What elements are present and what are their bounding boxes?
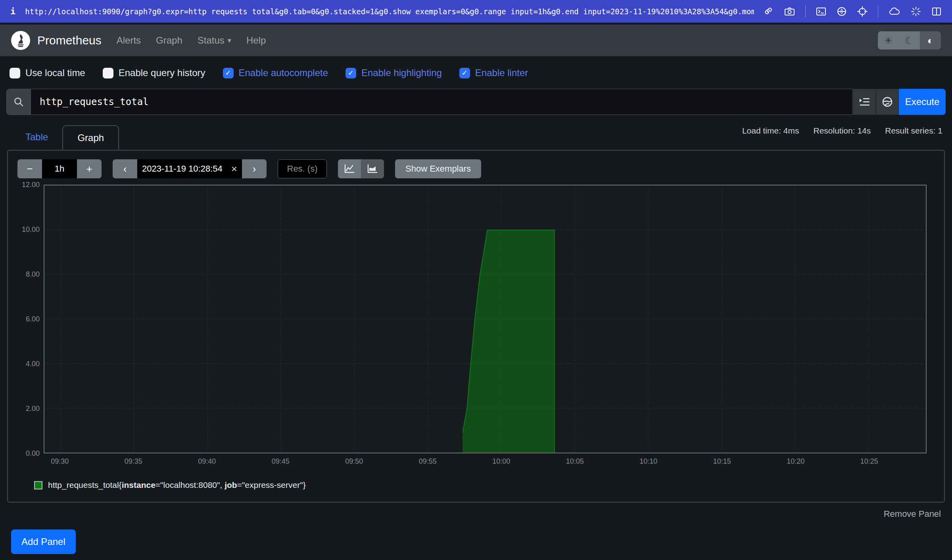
tabs-row: Load time: 4ms Resolution: 14s Result se… (6, 125, 946, 554)
spinner-icon[interactable] (911, 6, 921, 17)
contrast-icon: ◐ (927, 35, 933, 46)
chevron-down-icon: ▾ (228, 37, 231, 44)
y-tick-label: 4.00 (26, 360, 40, 368)
range-increase-button[interactable]: + (77, 159, 102, 178)
checkbox-checked[interactable]: ✓ (223, 68, 234, 78)
y-tick-label: 10.00 (22, 226, 40, 234)
time-forward-button[interactable]: › (242, 159, 267, 178)
option-label: Enable linter (475, 67, 528, 78)
search-icon (6, 89, 31, 115)
datetime-input[interactable]: 2023-11-19 10:28:54 × (137, 159, 242, 178)
nav-item-alerts[interactable]: Alerts (117, 35, 141, 46)
y-tick-label: 0.00 (26, 449, 40, 458)
sun-icon: ☀ (884, 35, 892, 46)
toolbar-separator (805, 6, 806, 17)
query-options-row: Use local time Enable query history ✓ En… (6, 63, 946, 83)
range-control: − 1h + (17, 159, 102, 178)
x-tick-label: 10:15 (713, 457, 731, 466)
terminal-icon[interactable] (816, 6, 826, 17)
y-tick-label: 2.00 (26, 405, 40, 413)
show-exemplars-button[interactable]: Show Exemplars (395, 159, 481, 178)
time-back-button[interactable]: ‹ (113, 159, 137, 178)
x-tick-label: 10:00 (492, 457, 510, 466)
range-input[interactable]: 1h (42, 159, 77, 178)
x-axis-labels: 09:3009:3509:4009:4509:5009:5510:0010:05… (44, 457, 927, 469)
navbar: Prometheus Alerts Graph Status ▾ Help ☀ … (0, 25, 952, 56)
add-panel-button[interactable]: Add Panel (11, 529, 76, 554)
url-text[interactable]: http://localhost:9090/graph?g0.expr=http… (25, 7, 754, 16)
remove-panel-row: Remove Panel (11, 509, 941, 519)
x-tick-label: 09:35 (125, 457, 142, 466)
brand-title[interactable]: Prometheus (37, 34, 102, 47)
option-enable-autocomplete[interactable]: ✓ Enable autocomplete (223, 67, 328, 78)
theme-toggle-group: ☀ ☾ ◐ (878, 31, 941, 50)
chart-legend[interactable]: http_requests_total{instance="localhost:… (34, 480, 935, 490)
y-tick-label: 6.00 (26, 315, 40, 323)
theme-light-button[interactable]: ☀ (878, 31, 899, 50)
decode-globe-button[interactable] (876, 89, 899, 115)
browser-url-bar: i http://localhost:9090/graph?g0.expr=ht… (0, 0, 952, 23)
resolution-input[interactable]: Res. (s) (278, 159, 327, 178)
theme-dark-button[interactable]: ☾ (899, 31, 920, 50)
legend-swatch (34, 481, 42, 489)
clear-time-icon[interactable]: × (231, 163, 237, 175)
graph-toolbar: − 1h + ‹ 2023-11-19 10:28:54 × › Res. (s… (17, 159, 935, 178)
nav-item-status-label: Status (198, 35, 225, 46)
option-enable-highlighting[interactable]: ✓ Enable highlighting (345, 67, 442, 78)
option-enable-query-history[interactable]: Enable query history (103, 67, 205, 78)
y-axis-labels: 0.002.004.006.008.0010.0012.00 (17, 185, 40, 453)
plot-area[interactable] (44, 185, 927, 453)
option-label: Enable highlighting (361, 67, 442, 78)
theme-auto-button[interactable]: ◐ (920, 31, 941, 50)
checkbox-checked[interactable]: ✓ (345, 68, 356, 78)
tab-table[interactable]: Table (11, 125, 62, 150)
prometheus-logo-icon[interactable] (11, 31, 30, 50)
time-control: ‹ 2023-11-19 10:28:54 × › (113, 159, 267, 178)
checkbox-unchecked[interactable] (103, 68, 113, 78)
metrics-explorer-button[interactable] (853, 89, 876, 115)
option-enable-linter[interactable]: ✓ Enable linter (459, 67, 528, 78)
x-tick-label: 09:30 (51, 457, 69, 466)
datetime-value: 2023-11-19 10:28:54 (142, 164, 223, 174)
checkbox-checked[interactable]: ✓ (459, 68, 470, 78)
remove-panel-button[interactable]: Remove Panel (884, 509, 941, 519)
x-tick-label: 09:55 (419, 457, 437, 466)
toolbar-separator (878, 6, 878, 17)
graph-panel: − 1h + ‹ 2023-11-19 10:28:54 × › Res. (s… (7, 150, 945, 503)
x-tick-label: 10:20 (787, 457, 804, 466)
chart: 0.002.004.006.008.0010.0012.00 (17, 185, 935, 453)
checkbox-unchecked[interactable] (10, 68, 20, 78)
option-use-local-time[interactable]: Use local time (10, 67, 85, 78)
globe-icon[interactable] (837, 6, 847, 17)
panel-tabs: Table Graph (7, 125, 945, 150)
info-icon: i (10, 6, 15, 16)
execute-button[interactable]: Execute (899, 89, 946, 115)
columns-icon[interactable] (931, 6, 942, 17)
crosshair-icon[interactable] (857, 6, 868, 17)
x-tick-label: 10:10 (639, 457, 657, 466)
line-chart-button[interactable] (338, 159, 361, 178)
tab-graph[interactable]: Graph (62, 125, 119, 150)
chart-type-toggle (338, 159, 384, 178)
x-tick-label: 09:45 (272, 457, 290, 466)
option-label: Enable query history (119, 67, 205, 78)
y-tick-label: 12.00 (22, 181, 40, 189)
option-label: Enable autocomplete (239, 67, 328, 78)
x-tick-label: 09:50 (345, 457, 363, 466)
legend-label: http_requests_total{instance="localhost:… (48, 480, 306, 490)
y-tick-label: 8.00 (26, 270, 40, 279)
cloud-icon[interactable] (889, 6, 900, 17)
link-icon[interactable] (764, 6, 774, 17)
nav-item-status[interactable]: Status ▾ (198, 35, 231, 46)
nav-item-help[interactable]: Help (246, 35, 266, 46)
range-decrease-button[interactable]: − (17, 159, 42, 178)
browser-toolbar-icons (764, 6, 942, 17)
stacked-chart-button[interactable] (361, 159, 384, 178)
camera-icon[interactable] (784, 6, 795, 17)
nav-item-graph[interactable]: Graph (156, 35, 182, 46)
option-label: Use local time (25, 67, 85, 78)
moon-icon: ☾ (905, 35, 914, 46)
query-bar: http_requests_total Execute (6, 89, 946, 115)
x-tick-label: 10:05 (566, 457, 584, 466)
query-expression-input[interactable]: http_requests_total (31, 89, 853, 115)
